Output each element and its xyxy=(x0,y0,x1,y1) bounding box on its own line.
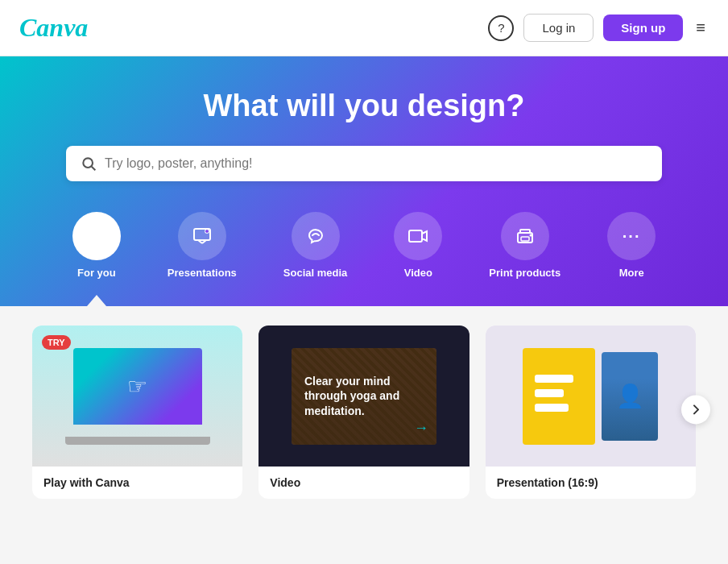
signup-button[interactable]: Sign up xyxy=(603,15,683,41)
svg-rect-9 xyxy=(409,230,422,242)
presentations-label: Presentations xyxy=(168,267,237,279)
video-text: Clear your mind through yoga and meditat… xyxy=(304,374,424,418)
card-presentation[interactable]: 👤 Presentation (16:9) xyxy=(486,326,696,499)
for-you-icon xyxy=(72,212,121,260)
for-you-label: For you xyxy=(77,267,116,279)
card-video-thumb: Clear your mind through yoga and meditat… xyxy=(259,326,469,467)
search-icon xyxy=(81,156,97,172)
cursor-hand-icon: ☞ xyxy=(127,373,147,400)
next-arrow-button[interactable] xyxy=(681,395,710,424)
card-play-canva-label: Play with Canva xyxy=(32,467,242,499)
search-input[interactable] xyxy=(105,156,647,171)
pres-lines xyxy=(535,375,583,418)
category-more[interactable]: ··· More xyxy=(596,205,667,306)
laptop-base xyxy=(65,437,210,445)
try-badge: TRY xyxy=(42,335,71,350)
category-print-products[interactable]: Print products xyxy=(478,205,572,306)
help-button[interactable]: ? xyxy=(488,15,514,41)
category-for-you[interactable]: For you xyxy=(61,205,132,306)
pres-person-body: 👤 xyxy=(602,352,658,441)
card-video-label: Video xyxy=(259,467,469,499)
categories-row: For you Presentations xyxy=(19,205,709,306)
video-icon xyxy=(394,212,442,260)
video-label: Video xyxy=(404,267,432,279)
svg-point-2 xyxy=(90,230,95,234)
social-media-icon xyxy=(292,212,340,260)
video-overlay: Clear your mind through yoga and meditat… xyxy=(292,348,436,445)
card-play-canva-thumb: TRY ☞ xyxy=(32,326,242,467)
svg-rect-11 xyxy=(521,237,529,241)
login-button[interactable]: Log in xyxy=(523,14,594,42)
header-right: ? Log in Sign up ≡ xyxy=(488,14,709,42)
more-dots: ··· xyxy=(623,227,641,246)
pres-yellow-block xyxy=(523,348,595,445)
active-indicator xyxy=(87,295,106,306)
person-icon: 👤 xyxy=(616,383,644,409)
print-products-icon xyxy=(501,212,549,260)
print-products-label: Print products xyxy=(489,267,560,279)
cards-section: TRY ☞ Play with Canva Clear your mind th… xyxy=(0,306,728,518)
video-arrow-icon: → xyxy=(414,420,428,437)
more-icon: ··· xyxy=(607,212,656,260)
pres-person-block: 👤 xyxy=(602,352,658,441)
card-presentation-thumb: 👤 xyxy=(486,326,696,467)
category-video[interactable]: Video xyxy=(383,205,453,306)
card-play-canva[interactable]: TRY ☞ Play with Canva xyxy=(32,326,242,499)
hero-title: What will you design? xyxy=(19,89,709,123)
laptop-screen: ☞ xyxy=(73,348,202,425)
hero-section: What will you design? For you xyxy=(0,56,728,306)
category-presentations[interactable]: Presentations xyxy=(156,205,248,306)
laptop-mock: ☞ xyxy=(65,348,210,445)
cards-row: TRY ☞ Play with Canva Clear your mind th… xyxy=(32,326,696,499)
help-icon: ? xyxy=(498,21,504,35)
svg-point-12 xyxy=(529,234,532,237)
chevron-right-icon xyxy=(689,403,702,416)
card-presentation-label: Presentation (16:9) xyxy=(486,467,696,499)
category-social-media[interactable]: Social media xyxy=(272,205,358,306)
laptop-screen-inner: ☞ xyxy=(73,348,202,425)
card-video[interactable]: Clear your mind through yoga and meditat… xyxy=(259,326,469,499)
search-bar xyxy=(66,146,662,181)
presentations-icon xyxy=(178,212,226,260)
menu-icon[interactable]: ≡ xyxy=(693,15,709,40)
header: Canva ? Log in Sign up ≡ xyxy=(0,0,728,56)
social-media-label: Social media xyxy=(283,267,347,279)
svg-point-0 xyxy=(83,158,93,168)
svg-line-1 xyxy=(92,167,96,171)
logo: Canva xyxy=(19,13,88,43)
more-label: More xyxy=(619,267,644,279)
